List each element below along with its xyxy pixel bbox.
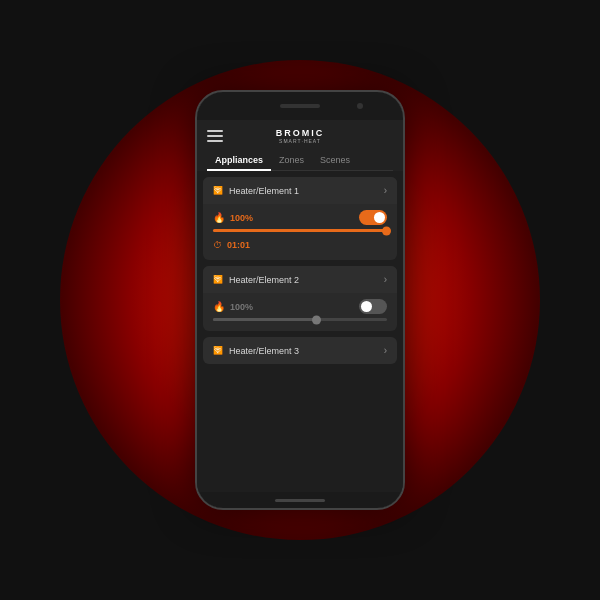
wifi-icon-1: 🛜 [213, 186, 223, 195]
device-2-body: 🔥 100% [203, 293, 397, 331]
wifi-icon-3: 🛜 [213, 346, 223, 355]
device-list: 🛜 Heater/Element 1 › 🔥 100% [197, 171, 403, 492]
brand-sub: SMART·HEAT [223, 138, 377, 144]
tab-zones[interactable]: Zones [271, 150, 312, 170]
device-1-power-row: 🔥 100% [213, 210, 387, 225]
chevron-icon-3: › [384, 345, 387, 356]
flame-icon-2: 🔥 [213, 301, 225, 312]
phone-top-bar [197, 92, 403, 120]
wifi-icon-2: 🛜 [213, 275, 223, 284]
phone-wrapper: BROMIC SMART·HEAT Appliances Zones Scene… [195, 90, 405, 510]
device-2-slider-fill [213, 318, 317, 321]
device-card-2: 🛜 Heater/Element 2 › 🔥 100% [203, 266, 397, 331]
device-2-header[interactable]: 🛜 Heater/Element 2 › [203, 266, 397, 293]
device-2-name: Heater/Element 2 [229, 275, 299, 285]
hamburger-menu-icon[interactable] [207, 130, 223, 142]
flame-icon-1: 🔥 [213, 212, 225, 223]
device-2-power-row: 🔥 100% [213, 299, 387, 314]
tab-appliances[interactable]: Appliances [207, 150, 271, 170]
app-header: BROMIC SMART·HEAT Appliances Zones Scene… [197, 120, 403, 171]
device-1-timer-value: 01:01 [227, 240, 250, 250]
brand-name: BROMIC [223, 128, 377, 138]
device-2-toggle[interactable] [359, 299, 387, 314]
device-2-slider-row [213, 318, 387, 321]
phone-device: BROMIC SMART·HEAT Appliances Zones Scene… [195, 90, 405, 510]
device-3-name: Heater/Element 3 [229, 346, 299, 356]
tab-bar: Appliances Zones Scenes [207, 150, 393, 171]
device-1-toggle[interactable] [359, 210, 387, 225]
device-3-header[interactable]: 🛜 Heater/Element 3 › [203, 337, 397, 364]
device-1-body: 🔥 100% [203, 204, 397, 260]
device-2-power-pct: 100% [230, 302, 253, 312]
device-card-3: 🛜 Heater/Element 3 › [203, 337, 397, 364]
phone-bottom-bar [197, 492, 403, 508]
chevron-icon-2: › [384, 274, 387, 285]
header-top: BROMIC SMART·HEAT [207, 128, 393, 144]
device-1-name: Heater/Element 1 [229, 186, 299, 196]
timer-icon-1: ⏱ [213, 240, 222, 250]
device-1-timer-row: ⏱ 01:01 [213, 236, 387, 254]
device-1-power-pct: 100% [230, 213, 253, 223]
tab-scenes[interactable]: Scenes [312, 150, 358, 170]
device-2-slider-thumb[interactable] [312, 315, 321, 324]
home-indicator [275, 499, 325, 502]
phone-screen: BROMIC SMART·HEAT Appliances Zones Scene… [197, 120, 403, 492]
speaker [280, 104, 320, 108]
device-1-slider-fill [213, 229, 387, 232]
device-1-slider-row [213, 229, 387, 232]
device-1-slider-thumb[interactable] [382, 226, 391, 235]
device-1-header[interactable]: 🛜 Heater/Element 1 › [203, 177, 397, 204]
camera-dot [357, 103, 363, 109]
device-card-1: 🛜 Heater/Element 1 › 🔥 100% [203, 177, 397, 260]
brand-logo: BROMIC SMART·HEAT [223, 128, 377, 144]
chevron-icon-1: › [384, 185, 387, 196]
